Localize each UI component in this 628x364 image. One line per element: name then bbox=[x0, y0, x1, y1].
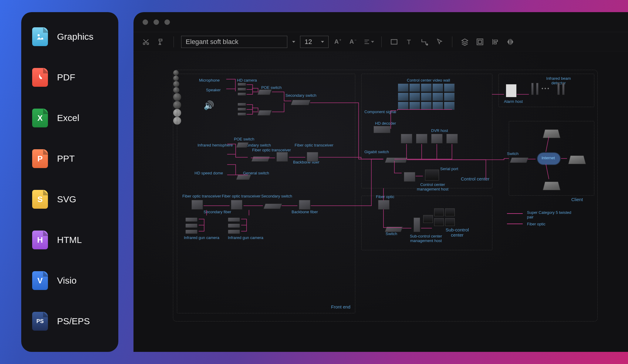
traffic-light-minimize[interactable] bbox=[154, 19, 159, 25]
font-family-select[interactable]: Elegant soft black bbox=[181, 36, 287, 48]
device-monitor[interactable] bbox=[445, 218, 455, 226]
device-camera[interactable] bbox=[238, 93, 246, 96]
label-infrared-gun: Infrared gun camera bbox=[184, 235, 219, 240]
label-cc-mgmt-host: Control center management host bbox=[416, 182, 449, 191]
cut-button[interactable] bbox=[141, 37, 151, 47]
device-gun-camera[interactable] bbox=[185, 217, 198, 222]
device-poe-switch[interactable] bbox=[257, 89, 272, 95]
traffic-light-zoom[interactable] bbox=[164, 19, 170, 25]
shape-rect-button[interactable] bbox=[389, 37, 399, 47]
toolbar-separator bbox=[381, 36, 382, 47]
label-hd-speed-dome: HD speed dome bbox=[194, 171, 223, 175]
text-tool-button[interactable]: T bbox=[404, 37, 414, 47]
device-switch[interactable] bbox=[236, 142, 249, 148]
device-transceiver[interactable] bbox=[276, 152, 288, 162]
sidebar-item-pdf[interactable]: PDF bbox=[32, 68, 107, 87]
device-camera[interactable] bbox=[238, 113, 246, 116]
group-button[interactable] bbox=[475, 37, 485, 47]
svg-point-1 bbox=[143, 43, 145, 45]
group-label: Control center bbox=[461, 176, 489, 181]
device-switch[interactable] bbox=[510, 157, 529, 163]
device-gun-camera[interactable] bbox=[228, 224, 240, 228]
device-gun-camera[interactable] bbox=[228, 217, 240, 222]
pointer-tool-button[interactable] bbox=[434, 37, 445, 47]
device-camera[interactable] bbox=[238, 103, 246, 106]
device-transceiver[interactable] bbox=[231, 200, 242, 210]
decrease-font-button[interactable]: A− bbox=[349, 37, 359, 47]
device-dvr[interactable] bbox=[446, 134, 458, 143]
device-switch[interactable] bbox=[251, 156, 270, 162]
device-transceiver[interactable] bbox=[307, 152, 318, 162]
label-dvr-host: DVR host bbox=[431, 128, 448, 133]
device-monitor[interactable] bbox=[425, 170, 439, 180]
sidebar-item-html[interactable]: H HTML bbox=[32, 231, 107, 249]
increase-font-button[interactable]: A+ bbox=[333, 37, 344, 47]
layers-button[interactable] bbox=[460, 37, 470, 47]
sidebar-item-excel[interactable]: X Excel bbox=[32, 109, 107, 127]
sidebar-item-ppt[interactable]: P PPT bbox=[32, 149, 107, 168]
sidebar-item-graphics[interactable]: Graphics bbox=[32, 27, 107, 46]
device-monitor[interactable] bbox=[423, 215, 433, 223]
sidebar-item-ps[interactable]: PS PS/EPS bbox=[32, 312, 107, 331]
device-beam[interactable] bbox=[562, 83, 565, 95]
device-poe-switch[interactable] bbox=[257, 110, 272, 116]
device-tower-pc[interactable] bbox=[414, 217, 420, 232]
sidebar-item-label: SVG bbox=[57, 194, 76, 204]
ps-file-icon: PS bbox=[32, 312, 48, 331]
device-alarm-host[interactable] bbox=[506, 84, 517, 97]
label-video-wall: Control center video wall bbox=[407, 78, 450, 83]
label-backbone-fiber: Backbone fiber bbox=[292, 210, 318, 214]
align-objects-button[interactable] bbox=[490, 37, 500, 47]
chevron-down-icon bbox=[321, 41, 324, 43]
device-beam[interactable] bbox=[536, 83, 539, 95]
device-laptop[interactable] bbox=[568, 156, 586, 164]
connector-tool-button[interactable] bbox=[419, 37, 430, 47]
sidebar-item-svg[interactable]: S SVG bbox=[32, 190, 107, 209]
device-hd-decoder[interactable] bbox=[373, 126, 390, 133]
device-camera[interactable] bbox=[238, 83, 246, 86]
device-serial[interactable] bbox=[404, 172, 415, 182]
device-monitor[interactable] bbox=[434, 218, 444, 226]
ellipsis-icon: ••• bbox=[542, 86, 550, 91]
device-transceiver[interactable] bbox=[378, 200, 390, 210]
device-switch[interactable] bbox=[236, 174, 252, 180]
label-internet: Internet bbox=[542, 156, 555, 160]
flip-button[interactable] bbox=[505, 37, 515, 47]
device-camera[interactable] bbox=[238, 108, 246, 111]
device-beam[interactable] bbox=[531, 83, 534, 95]
device-gigabit-switch[interactable] bbox=[385, 157, 408, 163]
svg-rect-10 bbox=[477, 39, 483, 45]
device-gun-camera[interactable] bbox=[185, 230, 198, 234]
ppt-file-icon: P bbox=[32, 149, 48, 168]
device-gun-camera[interactable] bbox=[185, 224, 198, 228]
sidebar-item-visio[interactable]: V Visio bbox=[32, 271, 107, 290]
align-button[interactable] bbox=[364, 37, 374, 47]
legend-label: Fiber optic bbox=[527, 222, 545, 226]
chevron-down-icon[interactable] bbox=[292, 41, 295, 43]
device-camera[interactable] bbox=[238, 88, 246, 91]
device-gun-camera[interactable] bbox=[228, 230, 240, 234]
device-video-wall[interactable] bbox=[398, 83, 455, 110]
legend-label: Super Category 5 twisted pair bbox=[527, 210, 576, 219]
device-monitor[interactable] bbox=[434, 208, 444, 216]
device-beam[interactable] bbox=[557, 83, 560, 95]
device-dvr[interactable] bbox=[431, 134, 443, 143]
traffic-light-close[interactable] bbox=[143, 19, 148, 25]
device-dvr[interactable] bbox=[416, 134, 427, 143]
format-painter-button[interactable] bbox=[156, 37, 166, 47]
device-switch[interactable] bbox=[385, 227, 403, 232]
sidebar-item-label: Excel bbox=[57, 113, 79, 123]
device-laptop[interactable] bbox=[543, 130, 560, 138]
device-switch[interactable] bbox=[263, 204, 282, 209]
label-secondary-switch: Secondary switch bbox=[261, 194, 292, 198]
diagram-canvas[interactable]: Front end Microphone Speaker HD camera P… bbox=[133, 52, 628, 352]
label-fiber-transceiver: Fiber optic transceiver bbox=[252, 148, 291, 152]
font-size-select[interactable]: 12 bbox=[300, 36, 329, 48]
device-monitor[interactable] bbox=[445, 208, 455, 216]
device-secondary-switch[interactable] bbox=[291, 100, 311, 105]
device-transceiver[interactable] bbox=[299, 200, 310, 210]
network-diagram[interactable]: Front end Microphone Speaker HD camera P… bbox=[173, 70, 598, 322]
device-transceiver[interactable] bbox=[191, 200, 203, 210]
device-dvr[interactable] bbox=[401, 134, 412, 143]
device-laptop[interactable] bbox=[543, 182, 560, 190]
